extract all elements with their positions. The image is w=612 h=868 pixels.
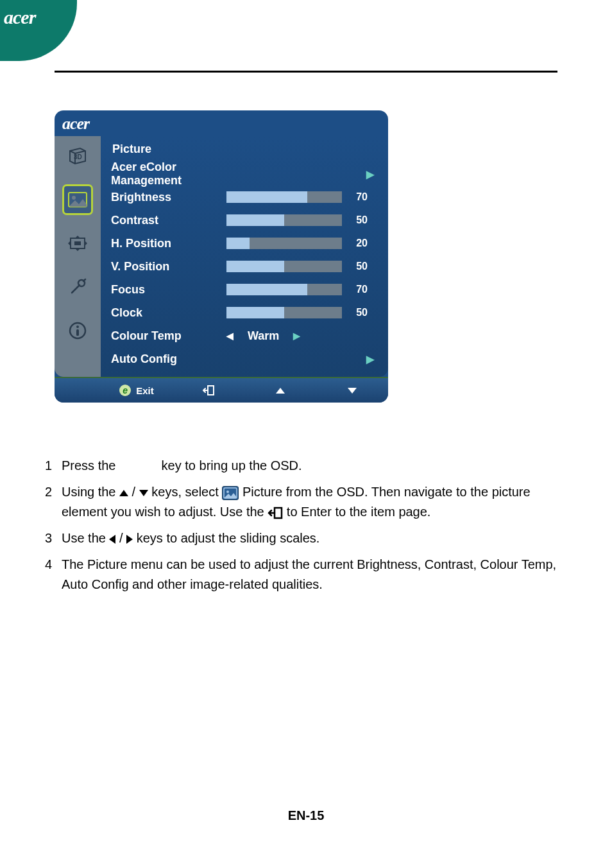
triangle-up-icon bbox=[119, 490, 128, 496]
slider-fill bbox=[226, 261, 284, 272]
triangle-down-icon bbox=[139, 490, 148, 496]
chevron-left-icon[interactable]: ◀ bbox=[226, 331, 234, 341]
osd-brand-logo: acer bbox=[62, 114, 89, 133]
row-value: 50 bbox=[342, 261, 368, 272]
position-icon[interactable] bbox=[64, 230, 91, 257]
instructions: 1 Press the key to bring up the OSD. 2 U… bbox=[45, 456, 557, 601]
chevron-right-icon: ▶ bbox=[366, 353, 378, 365]
text: to Enter to the item page. bbox=[287, 505, 431, 519]
instruction-3: 3 Use the / keys to adjust the sliding s… bbox=[45, 528, 557, 548]
triangle-left-icon bbox=[109, 535, 115, 544]
brand-logo: acer bbox=[4, 6, 35, 28]
text: key to bring up the OSD. bbox=[162, 458, 302, 473]
slider-track[interactable] bbox=[226, 238, 342, 249]
triangle-down-icon bbox=[348, 388, 357, 394]
row-value: 20 bbox=[342, 238, 368, 249]
slider-track[interactable] bbox=[226, 191, 342, 203]
row-ecolor[interactable]: Acer eColor Management ▶ bbox=[111, 162, 378, 186]
row-label: H. Position bbox=[111, 237, 226, 250]
osd-header: acer bbox=[55, 110, 388, 136]
instruction-2: 2 Using the / keys, select Picture from … bbox=[45, 482, 557, 522]
horizontal-rule bbox=[55, 71, 557, 73]
chevron-right-icon[interactable]: ▶ bbox=[293, 331, 300, 341]
slider-fill bbox=[226, 284, 307, 295]
row-value: 70 bbox=[342, 284, 368, 295]
slider-fill bbox=[226, 214, 284, 226]
footer-exit-label: Exit bbox=[136, 385, 154, 396]
osd-footer: e Exit bbox=[55, 377, 388, 403]
list-number: 2 bbox=[45, 482, 62, 522]
brand-corner: acer bbox=[0, 0, 77, 61]
row-label: Focus bbox=[111, 283, 226, 297]
row-contrast[interactable]: Contrast 50 bbox=[111, 209, 378, 232]
slider-fill bbox=[226, 307, 284, 318]
triangle-right-icon bbox=[126, 535, 133, 544]
settings-icon[interactable] bbox=[64, 273, 91, 300]
text: The Picture menu can be used to adjust t… bbox=[62, 555, 557, 595]
svg-text:3D: 3D bbox=[74, 153, 82, 161]
svg-rect-12 bbox=[275, 508, 282, 518]
row-label: Auto Config bbox=[111, 352, 226, 366]
chevron-right-icon: ▶ bbox=[366, 168, 378, 180]
text: Use the bbox=[62, 531, 109, 545]
footer-exit[interactable]: e Exit bbox=[101, 385, 173, 396]
footer-up[interactable] bbox=[244, 388, 316, 394]
e-badge-icon: e bbox=[119, 385, 131, 396]
row-brightness[interactable]: Brightness 70 bbox=[111, 186, 378, 209]
row-label: Contrast bbox=[111, 214, 226, 227]
row-value: 50 bbox=[342, 214, 368, 226]
row-colourtemp[interactable]: Colour Temp ◀ Warm ▶ bbox=[111, 324, 378, 347]
row-label: Acer eColor Management bbox=[111, 161, 226, 187]
osd-sidebar: 3D bbox=[55, 136, 101, 377]
colourtemp-value: Warm bbox=[248, 329, 279, 343]
row-focus[interactable]: Focus 70 bbox=[111, 278, 378, 301]
slider-track[interactable] bbox=[226, 261, 342, 272]
text: Using the bbox=[62, 485, 119, 499]
osd-section-title: Picture bbox=[112, 143, 378, 156]
list-number: 3 bbox=[45, 528, 62, 548]
row-value: 50 bbox=[342, 307, 368, 318]
slider-track[interactable] bbox=[226, 307, 342, 318]
page-number: EN-15 bbox=[0, 808, 612, 823]
svg-point-7 bbox=[76, 326, 79, 328]
three-d-icon[interactable]: 3D bbox=[64, 143, 91, 169]
slider-track[interactable] bbox=[226, 284, 342, 295]
osd-panel: acer 3D Picture Acer eColor Management bbox=[55, 110, 388, 403]
row-hpos[interactable]: H. Position 20 bbox=[111, 232, 378, 255]
text: Press the bbox=[62, 458, 119, 473]
row-label: V. Position bbox=[111, 260, 226, 273]
enter-icon bbox=[202, 385, 215, 396]
row-vpos[interactable]: V. Position 50 bbox=[111, 255, 378, 278]
picture-mini-icon bbox=[222, 486, 239, 500]
list-number: 4 bbox=[45, 555, 62, 595]
osd-body: 3D Picture Acer eColor Management ▶ Br bbox=[55, 136, 388, 377]
slider-fill bbox=[226, 238, 250, 249]
instruction-1: 1 Press the key to bring up the OSD. bbox=[45, 456, 557, 476]
footer-enter[interactable] bbox=[173, 385, 244, 396]
row-label: Brightness bbox=[111, 191, 226, 204]
osd-content: Picture Acer eColor Management ▶ Brightn… bbox=[101, 136, 388, 377]
enter-inline-icon bbox=[268, 507, 283, 519]
svg-point-11 bbox=[226, 490, 229, 493]
row-clock[interactable]: Clock 50 bbox=[111, 301, 378, 324]
picture-icon[interactable] bbox=[64, 186, 91, 213]
svg-rect-8 bbox=[76, 329, 79, 336]
list-number: 1 bbox=[45, 456, 62, 476]
info-icon[interactable] bbox=[64, 317, 91, 344]
triangle-up-icon bbox=[276, 388, 285, 394]
slider-fill bbox=[226, 191, 307, 203]
row-value: 70 bbox=[342, 191, 368, 203]
row-autoconfig[interactable]: Auto Config ▶ bbox=[111, 347, 378, 370]
footer-down[interactable] bbox=[316, 388, 388, 394]
row-label: Clock bbox=[111, 306, 226, 320]
svg-rect-9 bbox=[208, 386, 214, 395]
text: keys, select bbox=[151, 485, 222, 499]
slider-track[interactable] bbox=[226, 214, 342, 226]
row-label: Colour Temp bbox=[111, 329, 226, 343]
instruction-4: 4 The Picture menu can be used to adjust… bbox=[45, 555, 557, 595]
text: keys to adjust the sliding scales. bbox=[137, 531, 320, 545]
svg-rect-4 bbox=[74, 241, 81, 245]
svg-point-2 bbox=[72, 196, 76, 200]
